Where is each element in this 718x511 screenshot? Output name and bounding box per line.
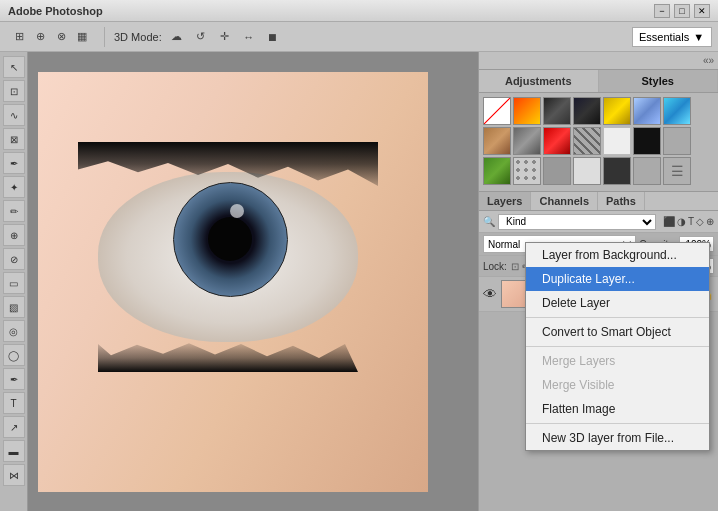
left-tool-eyedrop[interactable]: ✒: [3, 152, 25, 174]
left-tool-eraser[interactable]: ▭: [3, 272, 25, 294]
ctx-new-3d-layer[interactable]: New 3D layer from File...: [526, 426, 709, 450]
styles-row-3: ☰: [483, 157, 714, 185]
left-tool-dodge[interactable]: ◯: [3, 344, 25, 366]
style-neutral[interactable]: [543, 157, 571, 185]
layers-search-row: 🔍 Kind ⬛ ◑ T ◇ ⊕: [479, 211, 718, 233]
style-brown[interactable]: [483, 127, 511, 155]
3d-tool-2[interactable]: ↺: [192, 28, 210, 46]
left-tool-crop[interactable]: ⊠: [3, 128, 25, 150]
panel-tabs: Adjustments Styles: [479, 70, 718, 93]
style-blue[interactable]: [633, 97, 661, 125]
main-layout: ↖ ⊡ ∿ ⊠ ✒ ✦ ✏ ⊕ ⊘ ▭ ▧ ◎ ◯ ✒ T ↗ ▬ ⋈: [0, 52, 718, 511]
3d-tool-3[interactable]: ✛: [216, 28, 234, 46]
collapse-icon[interactable]: «»: [703, 55, 714, 66]
styles-row-2: [483, 127, 714, 155]
ctx-duplicate-layer[interactable]: Duplicate Layer...: [526, 267, 709, 291]
search-icon: 🔍: [483, 216, 495, 227]
style-dark3[interactable]: [603, 157, 631, 185]
style-dark[interactable]: [543, 97, 571, 125]
filter-icon-adjust[interactable]: ◑: [677, 216, 686, 227]
ctx-delete-layer[interactable]: Delete Layer: [526, 291, 709, 315]
left-tool-brush[interactable]: ✏: [3, 200, 25, 222]
panel-top-bar: «»: [479, 52, 718, 70]
window-controls: − □ ✕: [654, 4, 710, 18]
ctx-flatten[interactable]: Flatten Image: [526, 397, 709, 421]
lock-transparency-icon[interactable]: ⊡: [511, 261, 519, 272]
styles-grid: ☰: [479, 93, 718, 191]
style-grass[interactable]: [483, 157, 511, 185]
style-white2[interactable]: [573, 157, 601, 185]
style-white[interactable]: [603, 127, 631, 155]
ctx-merge-visible[interactable]: Merge Visible: [526, 373, 709, 397]
style-empty2[interactable]: [633, 157, 661, 185]
style-aqua[interactable]: [663, 97, 691, 125]
ctx-divider-3: [526, 423, 709, 424]
filter-icon-shape[interactable]: ◇: [696, 216, 704, 227]
filter-icon-pixel[interactable]: ⬛: [663, 216, 675, 227]
style-black[interactable]: [633, 127, 661, 155]
left-tool-lasso[interactable]: ∿: [3, 104, 25, 126]
ctx-divider-2: [526, 346, 709, 347]
3d-tool-5[interactable]: ⏹: [264, 28, 282, 46]
left-tool-3d[interactable]: ⋈: [3, 464, 25, 486]
filter-icon-type[interactable]: T: [688, 216, 694, 227]
toolbar-separator-1: [104, 27, 105, 47]
main-toolbar: ⊞ ⊕ ⊗ ▦ 3D Mode: ☁ ↺ ✛ ↔ ⏹ Essentials ▼: [0, 22, 718, 52]
styles-row-1: [483, 97, 714, 125]
tool-2-icon[interactable]: ⊕: [31, 28, 49, 46]
left-tool-history[interactable]: ⊘: [3, 248, 25, 270]
style-none[interactable]: [483, 97, 511, 125]
style-dots[interactable]: [513, 157, 541, 185]
left-tool-gradient[interactable]: ▧: [3, 296, 25, 318]
canvas-area: [28, 52, 478, 511]
style-gray[interactable]: [513, 127, 541, 155]
left-tool-path[interactable]: ↗: [3, 416, 25, 438]
maximize-button[interactable]: □: [674, 4, 690, 18]
kind-dropdown[interactable]: Kind: [498, 214, 656, 230]
3d-tool-1[interactable]: ☁: [168, 28, 186, 46]
context-menu: Layer from Background... Duplicate Layer…: [525, 242, 710, 451]
ctx-layer-from-bg[interactable]: Layer from Background...: [526, 243, 709, 267]
left-tool-type[interactable]: T: [3, 392, 25, 414]
tool-3-icon[interactable]: ⊗: [52, 28, 70, 46]
left-tool-pen[interactable]: ✒: [3, 368, 25, 390]
left-toolbar: ↖ ⊡ ∿ ⊠ ✒ ✦ ✏ ⊕ ⊘ ▭ ▧ ◎ ◯ ✒ T ↗ ▬ ⋈: [0, 52, 28, 511]
layers-panel: Layers Channels Paths 🔍 Kind ⬛ ◑ T: [479, 191, 718, 511]
style-panel-icon[interactable]: ☰: [663, 157, 691, 185]
left-tool-heal[interactable]: ✦: [3, 176, 25, 198]
canvas-image: [38, 72, 428, 492]
ctx-merge-layers[interactable]: Merge Layers: [526, 349, 709, 373]
left-tool-blur[interactable]: ◎: [3, 320, 25, 342]
3d-tool-4[interactable]: ↔: [240, 28, 258, 46]
essentials-dropdown[interactable]: Essentials ▼: [632, 27, 712, 47]
right-panel: «» Adjustments Styles: [478, 52, 718, 511]
tab-layers[interactable]: Layers: [479, 192, 531, 210]
left-tool-shape[interactable]: ▬: [3, 440, 25, 462]
ctx-divider-1: [526, 317, 709, 318]
close-button[interactable]: ✕: [694, 4, 710, 18]
left-tool-select[interactable]: ⊡: [3, 80, 25, 102]
style-gold[interactable]: [603, 97, 631, 125]
minimize-button[interactable]: −: [654, 4, 670, 18]
tool-1-icon[interactable]: ⊞: [10, 28, 28, 46]
layers-tab-row: Layers Channels Paths: [479, 192, 718, 211]
layer-visibility-icon[interactable]: 👁: [483, 286, 497, 302]
tool-4-icon[interactable]: ▦: [73, 28, 91, 46]
left-tool-move[interactable]: ↖: [3, 56, 25, 78]
left-tool-clone[interactable]: ⊕: [3, 224, 25, 246]
style-red[interactable]: [543, 127, 571, 155]
app-title: Adobe Photoshop: [8, 5, 103, 17]
style-empty[interactable]: [663, 127, 691, 155]
mode-label: 3D Mode:: [114, 31, 162, 43]
tab-adjustments[interactable]: Adjustments: [479, 70, 599, 92]
tab-channels[interactable]: Channels: [531, 192, 598, 210]
style-dark2[interactable]: [573, 97, 601, 125]
filter-icon-smart[interactable]: ⊕: [706, 216, 714, 227]
ctx-convert-smart[interactable]: Convert to Smart Object: [526, 320, 709, 344]
tab-paths[interactable]: Paths: [598, 192, 645, 210]
tab-styles[interactable]: Styles: [599, 70, 719, 92]
style-pattern[interactable]: [573, 127, 601, 155]
title-bar: Adobe Photoshop − □ ✕: [0, 0, 718, 22]
style-fire[interactable]: [513, 97, 541, 125]
lock-label: Lock:: [483, 261, 507, 272]
